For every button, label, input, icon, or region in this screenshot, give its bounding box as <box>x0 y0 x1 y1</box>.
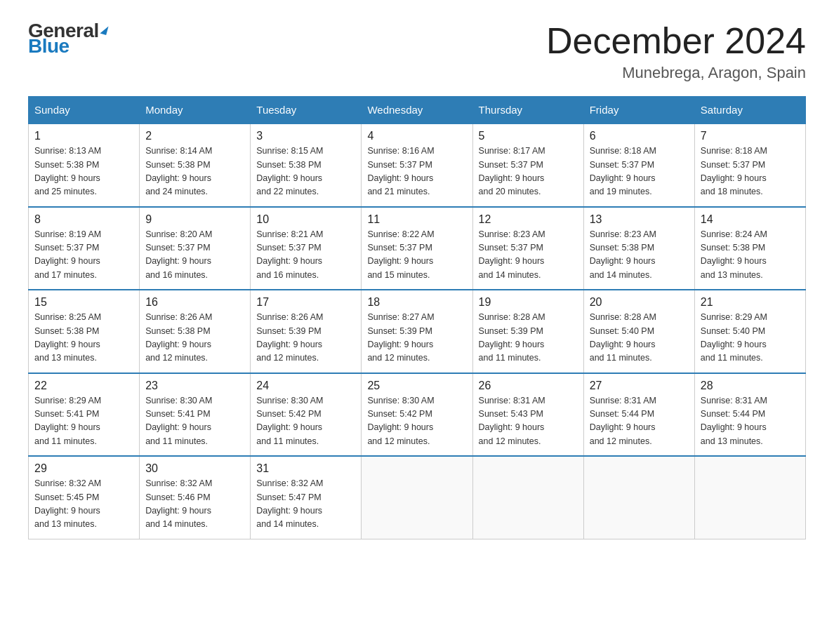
day-number: 27 <box>590 380 689 392</box>
day-number: 28 <box>701 380 800 392</box>
table-row: 6 Sunrise: 8:18 AMSunset: 5:37 PMDayligh… <box>583 123 694 207</box>
day-info: Sunrise: 8:27 AMSunset: 5:39 PMDaylight:… <box>367 311 466 365</box>
day-info: Sunrise: 8:30 AMSunset: 5:41 PMDaylight:… <box>145 394 244 449</box>
day-number: 7 <box>701 130 800 142</box>
col-tuesday: Tuesday <box>251 97 362 124</box>
day-number: 1 <box>34 130 133 142</box>
calendar-week-row: 8 Sunrise: 8:19 AMSunset: 5:37 PMDayligh… <box>29 207 806 290</box>
day-number: 11 <box>367 213 466 226</box>
day-number: 3 <box>256 130 355 142</box>
table-row <box>583 456 694 539</box>
day-number: 26 <box>479 380 578 392</box>
table-row: 9 Sunrise: 8:20 AMSunset: 5:37 PMDayligh… <box>140 207 251 290</box>
logo: General Blue <box>28 21 107 58</box>
day-info: Sunrise: 8:22 AMSunset: 5:37 PMDaylight:… <box>367 228 466 283</box>
table-row: 13 Sunrise: 8:23 AMSunset: 5:38 PMDaylig… <box>583 207 694 290</box>
day-number: 31 <box>256 462 355 475</box>
table-row <box>694 456 805 539</box>
col-monday: Monday <box>140 97 251 124</box>
day-info: Sunrise: 8:31 AMSunset: 5:43 PMDaylight:… <box>479 394 578 449</box>
day-number: 8 <box>34 213 133 226</box>
table-row: 8 Sunrise: 8:19 AMSunset: 5:37 PMDayligh… <box>29 207 140 290</box>
table-row: 14 Sunrise: 8:24 AMSunset: 5:38 PMDaylig… <box>694 207 805 290</box>
day-info: Sunrise: 8:18 AMSunset: 5:37 PMDaylight:… <box>701 145 800 199</box>
col-saturday: Saturday <box>694 97 805 124</box>
day-number: 20 <box>590 296 689 309</box>
day-info: Sunrise: 8:26 AMSunset: 5:39 PMDaylight:… <box>256 311 355 365</box>
day-number: 4 <box>367 130 466 142</box>
day-number: 15 <box>34 296 133 309</box>
table-row <box>362 456 472 539</box>
logo-blue-text: Blue <box>28 35 70 58</box>
day-info: Sunrise: 8:29 AMSunset: 5:41 PMDaylight:… <box>34 394 133 449</box>
table-row: 5 Sunrise: 8:17 AMSunset: 5:37 PMDayligh… <box>472 123 583 207</box>
col-thursday: Thursday <box>472 97 583 124</box>
day-number: 14 <box>701 213 800 226</box>
day-number: 2 <box>145 130 244 142</box>
day-info: Sunrise: 8:25 AMSunset: 5:38 PMDaylight:… <box>34 311 133 365</box>
location-text: Munebrega, Aragon, Spain <box>546 64 806 82</box>
day-number: 13 <box>590 213 689 226</box>
day-number: 23 <box>145 380 244 392</box>
day-info: Sunrise: 8:32 AMSunset: 5:47 PMDaylight:… <box>256 477 355 532</box>
col-sunday: Sunday <box>29 97 140 124</box>
calendar-table: Sunday Monday Tuesday Wednesday Thursday… <box>28 96 806 539</box>
day-number: 18 <box>367 296 466 309</box>
table-row: 28 Sunrise: 8:31 AMSunset: 5:44 PMDaylig… <box>694 373 805 457</box>
day-number: 17 <box>256 296 355 309</box>
day-info: Sunrise: 8:21 AMSunset: 5:37 PMDaylight:… <box>256 228 355 283</box>
table-row <box>472 456 583 539</box>
table-row: 26 Sunrise: 8:31 AMSunset: 5:43 PMDaylig… <box>472 373 583 457</box>
table-row: 1 Sunrise: 8:13 AMSunset: 5:38 PMDayligh… <box>29 123 140 207</box>
day-info: Sunrise: 8:14 AMSunset: 5:38 PMDaylight:… <box>145 145 244 199</box>
table-row: 7 Sunrise: 8:18 AMSunset: 5:37 PMDayligh… <box>694 123 805 207</box>
day-info: Sunrise: 8:17 AMSunset: 5:37 PMDaylight:… <box>479 145 578 199</box>
table-row: 19 Sunrise: 8:28 AMSunset: 5:39 PMDaylig… <box>472 290 583 373</box>
day-info: Sunrise: 8:24 AMSunset: 5:38 PMDaylight:… <box>701 228 800 283</box>
table-row: 24 Sunrise: 8:30 AMSunset: 5:42 PMDaylig… <box>251 373 362 457</box>
day-number: 19 <box>479 296 578 309</box>
day-info: Sunrise: 8:31 AMSunset: 5:44 PMDaylight:… <box>701 394 800 449</box>
day-info: Sunrise: 8:26 AMSunset: 5:38 PMDaylight:… <box>145 311 244 365</box>
day-info: Sunrise: 8:23 AMSunset: 5:37 PMDaylight:… <box>479 228 578 283</box>
day-info: Sunrise: 8:18 AMSunset: 5:37 PMDaylight:… <box>590 145 689 199</box>
day-number: 24 <box>256 380 355 392</box>
table-row: 2 Sunrise: 8:14 AMSunset: 5:38 PMDayligh… <box>140 123 251 207</box>
table-row: 20 Sunrise: 8:28 AMSunset: 5:40 PMDaylig… <box>583 290 694 373</box>
day-info: Sunrise: 8:32 AMSunset: 5:46 PMDaylight:… <box>145 477 244 532</box>
day-info: Sunrise: 8:31 AMSunset: 5:44 PMDaylight:… <box>590 394 689 449</box>
table-row: 18 Sunrise: 8:27 AMSunset: 5:39 PMDaylig… <box>362 290 472 373</box>
day-info: Sunrise: 8:15 AMSunset: 5:38 PMDaylight:… <box>256 145 355 199</box>
day-info: Sunrise: 8:30 AMSunset: 5:42 PMDaylight:… <box>367 394 466 449</box>
day-info: Sunrise: 8:28 AMSunset: 5:39 PMDaylight:… <box>479 311 578 365</box>
table-row: 29 Sunrise: 8:32 AMSunset: 5:45 PMDaylig… <box>29 456 140 539</box>
day-number: 9 <box>145 213 244 226</box>
title-block: December 2024 Munebrega, Aragon, Spain <box>546 21 806 82</box>
calendar-week-row: 29 Sunrise: 8:32 AMSunset: 5:45 PMDaylig… <box>29 456 806 539</box>
day-info: Sunrise: 8:16 AMSunset: 5:37 PMDaylight:… <box>367 145 466 199</box>
table-row: 4 Sunrise: 8:16 AMSunset: 5:37 PMDayligh… <box>362 123 472 207</box>
day-number: 16 <box>145 296 244 309</box>
day-number: 10 <box>256 213 355 226</box>
day-info: Sunrise: 8:19 AMSunset: 5:37 PMDaylight:… <box>34 228 133 283</box>
day-info: Sunrise: 8:20 AMSunset: 5:37 PMDaylight:… <box>145 228 244 283</box>
table-row: 12 Sunrise: 8:23 AMSunset: 5:37 PMDaylig… <box>472 207 583 290</box>
table-row: 3 Sunrise: 8:15 AMSunset: 5:38 PMDayligh… <box>251 123 362 207</box>
calendar-header-row: Sunday Monday Tuesday Wednesday Thursday… <box>29 97 806 124</box>
day-number: 25 <box>367 380 466 392</box>
day-number: 12 <box>479 213 578 226</box>
table-row: 27 Sunrise: 8:31 AMSunset: 5:44 PMDaylig… <box>583 373 694 457</box>
table-row: 16 Sunrise: 8:26 AMSunset: 5:38 PMDaylig… <box>140 290 251 373</box>
table-row: 11 Sunrise: 8:22 AMSunset: 5:37 PMDaylig… <box>362 207 472 290</box>
table-row: 31 Sunrise: 8:32 AMSunset: 5:47 PMDaylig… <box>251 456 362 539</box>
day-number: 29 <box>34 462 133 475</box>
page-header: General Blue December 2024 Munebrega, Ar… <box>28 21 806 82</box>
logo-arrow-icon <box>100 25 108 35</box>
day-info: Sunrise: 8:13 AMSunset: 5:38 PMDaylight:… <box>34 145 133 199</box>
calendar-week-row: 1 Sunrise: 8:13 AMSunset: 5:38 PMDayligh… <box>29 123 806 207</box>
table-row: 21 Sunrise: 8:29 AMSunset: 5:40 PMDaylig… <box>694 290 805 373</box>
col-friday: Friday <box>583 97 694 124</box>
day-number: 22 <box>34 380 133 392</box>
table-row: 22 Sunrise: 8:29 AMSunset: 5:41 PMDaylig… <box>29 373 140 457</box>
table-row: 15 Sunrise: 8:25 AMSunset: 5:38 PMDaylig… <box>29 290 140 373</box>
